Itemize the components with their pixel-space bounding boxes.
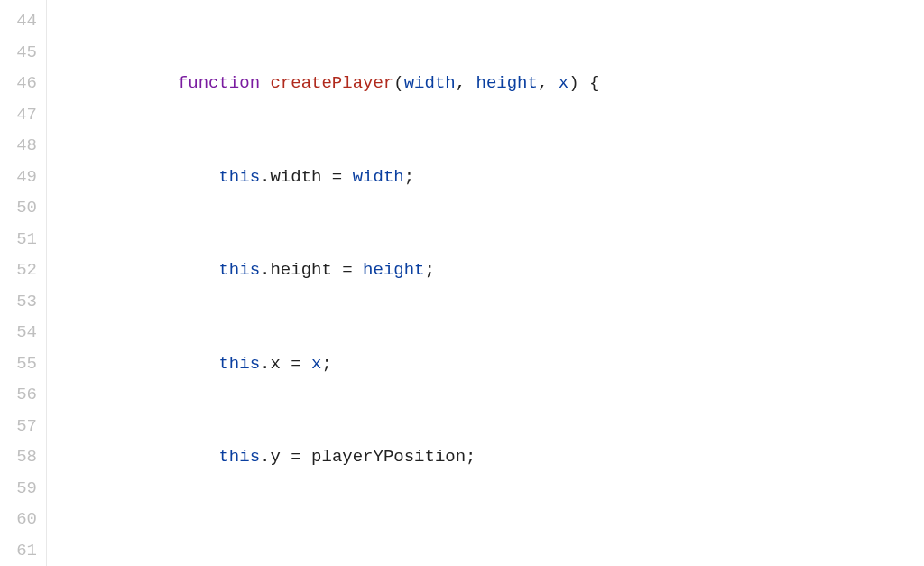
- line-number: 57: [0, 411, 37, 442]
- line-number: 51: [0, 224, 37, 255]
- line-number: 53: [0, 286, 37, 318]
- line-number: 48: [0, 130, 37, 162]
- code-line[interactable]: this.y = playerYPosition;: [54, 441, 924, 473]
- line-number: 46: [0, 68, 37, 99]
- code-area[interactable]: function createPlayer(width, height, x) …: [47, 0, 924, 566]
- line-number: 47: [0, 99, 37, 131]
- line-number: 44: [0, 5, 37, 37]
- identifier: playerYPosition: [311, 447, 466, 467]
- this: this: [218, 167, 260, 187]
- line-number: 59: [0, 473, 37, 505]
- code-line[interactable]: function createPlayer(width, height, x) …: [54, 68, 924, 99]
- code-line[interactable]: this.width = width;: [54, 162, 924, 193]
- line-number: 45: [0, 37, 37, 69]
- code-line[interactable]: this.height = height;: [54, 255, 924, 286]
- code-line[interactable]: [54, 535, 924, 567]
- sig-close: ) {: [568, 73, 599, 93]
- line-number: 58: [0, 441, 37, 473]
- param-height: height: [476, 73, 538, 93]
- paren-open: (: [393, 73, 403, 93]
- keyword-function: function: [178, 73, 260, 93]
- line-number-gutter: 444546474849505152535455565758596061: [0, 0, 47, 566]
- indent: [54, 73, 178, 93]
- param-width: width: [404, 73, 456, 93]
- line-number: 60: [0, 504, 37, 535]
- code-editor: 444546474849505152535455565758596061 fun…: [0, 0, 924, 566]
- param-x: x: [559, 73, 568, 93]
- line-number: 50: [0, 192, 37, 224]
- code-line[interactable]: this.x = x;: [54, 348, 924, 380]
- line-number: 55: [0, 348, 37, 380]
- line-number: 56: [0, 379, 37, 411]
- line-number: 49: [0, 162, 37, 193]
- function-name: createPlayer: [270, 73, 393, 93]
- prop: width: [270, 167, 321, 187]
- line-number: 52: [0, 255, 37, 286]
- line-number: 61: [0, 535, 37, 567]
- line-number: 54: [0, 317, 37, 348]
